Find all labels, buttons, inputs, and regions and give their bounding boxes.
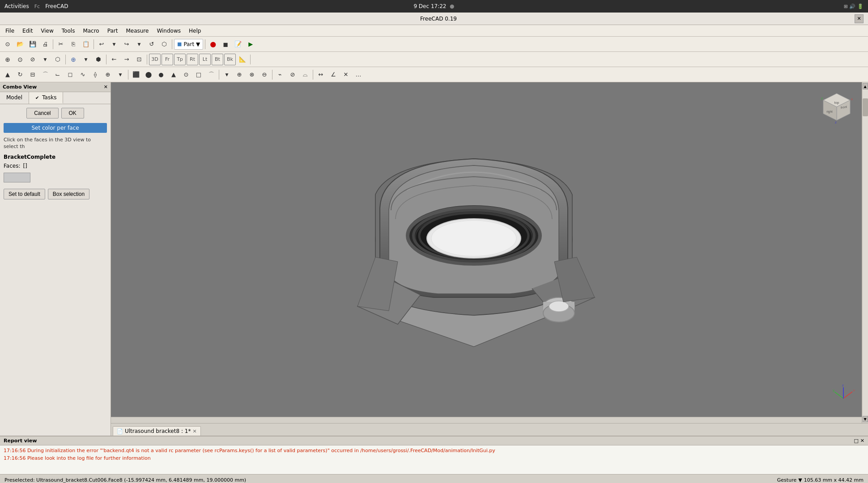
menu-measure[interactable]: Measure [122,27,152,35]
box-selection-button[interactable]: Box selection [48,189,89,199]
measure-btn[interactable]: 📐 [237,54,248,65]
macro-btn[interactable]: ⬡ [158,38,170,50]
cut-part-btn[interactable]: ⊖ [259,69,270,80]
mirror-btn[interactable]: ⊟ [27,69,38,80]
draw-style-arrow[interactable]: ▼ [39,54,51,65]
menu-windows[interactable]: Windows [153,27,184,35]
back-btn[interactable]: ← [108,54,120,65]
revolve-btn[interactable]: ↻ [14,69,26,80]
script-btn[interactable]: 📝 [232,38,244,50]
scroll-track[interactable] [863,89,868,416]
measure-angular-btn[interactable]: ∠ [328,69,339,80]
measure-linear-btn[interactable]: ↔ [315,69,327,80]
view-isometric-btn[interactable]: 3D [149,54,161,65]
viewport-tab[interactable]: 📄 Ultrasound bracket8 : 1* ✕ [113,426,201,436]
redo-btn[interactable]: ↪ [121,38,132,50]
union-btn[interactable]: ⊕ [234,69,245,80]
view-top-btn[interactable]: Tp [174,54,186,65]
paste-btn[interactable]: 📋 [80,38,92,50]
menu-help[interactable]: Help [185,27,204,35]
common-btn[interactable]: ⊗ [246,69,258,80]
view-right-btn[interactable]: Rt [187,54,198,65]
menu-view[interactable]: View [37,27,57,35]
menu-edit[interactable]: Edit [19,27,36,35]
undo-btn[interactable]: ↩ [96,38,107,50]
draw-style-btn[interactable]: ⊘ [27,54,38,65]
fillet-btn[interactable]: ⌒ [39,69,51,80]
zoom-in-btn[interactable]: ⊕ [68,54,79,65]
thickness-btn[interactable]: ▼ [115,69,126,80]
tray-icons: ⊞ 🔊 🔋 [844,4,864,9]
view-bottom-btn[interactable]: Bt [212,54,223,65]
report-maximize-btn[interactable]: □ [854,438,858,444]
gesture-dropdown[interactable]: ▼ [798,477,802,483]
menu-tools[interactable]: Tools [58,27,79,35]
report-close-btn[interactable]: ✕ [860,438,864,444]
view-front-btn[interactable]: Fr [162,54,173,65]
shell-btn[interactable]: ◻ [64,69,76,80]
copy-btn[interactable]: ⎘ [68,38,79,50]
tab-model[interactable]: Model [0,92,29,104]
workbench-dropdown[interactable]: ■ Part ▼ [174,39,203,50]
measure-more[interactable]: … [353,69,364,80]
nav-cube[interactable]: top front right x z y [819,91,855,127]
extrude-btn[interactable]: ▲ [2,69,13,80]
h-scrollbar[interactable] [111,417,862,423]
record-btn[interactable]: ● [207,38,219,50]
set-to-default-button[interactable]: Set to default [4,189,45,199]
fwd-btn[interactable]: → [121,54,132,65]
redo-arrow[interactable]: ▼ [133,38,145,50]
combo-view-close[interactable]: ✕ [104,84,108,90]
sphere-btn[interactable]: ● [155,69,167,80]
cancel-button[interactable]: Cancel [26,108,58,119]
activities-btn[interactable]: Activities [4,3,29,9]
view-left-btn[interactable]: Lt [199,54,211,65]
execute-btn[interactable]: ▶ [245,38,256,50]
fit-sel-btn[interactable]: ⊙ [14,54,26,65]
bool-arrow[interactable]: ▼ [221,69,233,80]
scroll-up-btn[interactable]: ▲ [863,83,868,89]
view-home-btn[interactable]: ⊡ [133,54,145,65]
offset-btn[interactable]: ⊕ [102,69,114,80]
stop-btn[interactable]: ◼ [220,38,231,50]
report-line-1: 17:16:56 During initialization the error… [4,447,864,455]
refresh-btn[interactable]: ↺ [146,38,157,50]
3d-viewport[interactable]: top front right x z y x y z [111,82,868,423]
new-btn[interactable]: ⊙ [2,38,13,50]
undo-arrow[interactable]: ▼ [108,38,120,50]
box-btn[interactable]: ⬛ [130,69,142,80]
tube-btn[interactable]: □ [193,69,204,80]
cyl-btn[interactable]: ⬤ [143,69,154,80]
scroll-thumb[interactable] [863,98,868,116]
explode-btn[interactable]: ⌓ [299,69,311,80]
viewport-scrollbar[interactable]: ▲ ▼ [862,82,868,423]
connect-btn[interactable]: ⌁ [274,69,286,80]
chamfer-btn[interactable]: ⌙ [52,69,64,80]
cut-btn[interactable]: ✂ [55,38,67,50]
helix-btn[interactable]: ⌒ [205,69,217,80]
save-btn[interactable]: 💾 [27,38,38,50]
menu-file[interactable]: File [2,27,18,35]
print-btn[interactable]: 🖨 [39,38,51,50]
close-button[interactable]: ✕ [855,14,864,23]
cone-btn[interactable]: ▲ [168,69,179,80]
tab-close-btn[interactable]: ✕ [192,428,196,434]
fit-all-btn[interactable]: ⊕ [2,54,13,65]
tab-tasks[interactable]: ✔ Tasks [29,92,63,104]
view-back-btn[interactable]: Bk [224,54,236,65]
measure-clear-btn[interactable]: ✕ [340,69,352,80]
loft-btn[interactable]: ⟠ [89,69,101,80]
scroll-down-btn[interactable]: ▼ [863,416,868,422]
color-preview-box[interactable] [4,173,30,182]
zoom-arrow[interactable]: ▼ [80,54,92,65]
menu-macro[interactable]: Macro [79,27,102,35]
open-btn[interactable]: 📂 [14,38,26,50]
compound-btn[interactable]: ⊘ [287,69,298,80]
ok-button[interactable]: OK [61,108,84,119]
std-views-btn[interactable]: ⬢ [93,54,104,65]
sweep-btn[interactable]: ∿ [77,69,89,80]
stereo-btn[interactable]: ⬡ [52,54,64,65]
menu-part[interactable]: Part [104,27,122,35]
instruction-text: Click on the faces in the 3D view to sel… [4,136,107,150]
torus-btn[interactable]: ⊙ [180,69,192,80]
